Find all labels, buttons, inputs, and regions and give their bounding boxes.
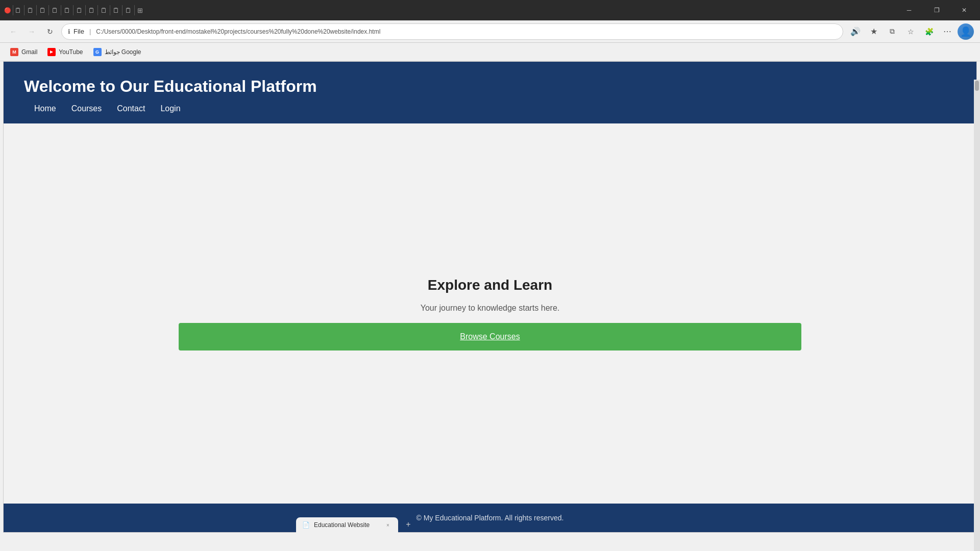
nav-courses[interactable]: Courses <box>71 104 102 113</box>
bookmark-gmail[interactable]: M Gmail <box>6 46 41 58</box>
tab-code-icon: ⊞ <box>137 7 143 14</box>
extensions-button[interactable]: 🧩 <box>921 23 937 40</box>
more-button[interactable]: ⋯ <box>939 23 955 40</box>
site-title: Welcome to Our Educational Platform <box>24 77 956 96</box>
refresh-button[interactable]: ↻ <box>43 24 57 39</box>
site-main: Explore and Learn Your journey to knowle… <box>4 123 976 504</box>
bookmark-youtube-label: YouTube <box>59 48 83 56</box>
site-footer: © My Educational Platform. All rights re… <box>4 504 976 532</box>
footer-copyright: © My Educational Platform. All rights re… <box>416 514 564 522</box>
active-tab[interactable]: 📄 Educational Website × <box>296 517 398 533</box>
restore-button[interactable]: ❐ <box>925 2 948 18</box>
security-icon: ℹ <box>68 28 70 35</box>
hero-title: Explore and Learn <box>428 277 552 293</box>
site-header: Welcome to Our Educational Platform Home… <box>4 62 976 123</box>
tab-doc-icon9: 🗒 <box>113 7 119 14</box>
new-tab-button[interactable]: + <box>401 517 415 532</box>
website-container: Welcome to Our Educational Platform Home… <box>3 61 977 533</box>
favorites-button[interactable]: ★ <box>866 23 882 40</box>
url-path: C:/Users/0000/Desktop/front-end/mostakel… <box>96 28 380 35</box>
url-label-file: File <box>74 28 84 35</box>
bookmark-google[interactable]: G جوائط Google <box>89 46 145 58</box>
tab-close-button[interactable]: × <box>384 521 392 529</box>
url-bar[interactable]: ℹ File | C:/Users/0000/Desktop/front-end… <box>61 23 843 40</box>
tab-doc-icon4: 🗒 <box>52 7 58 14</box>
bookmark-gmail-label: Gmail <box>21 48 37 56</box>
forward-button[interactable]: → <box>24 24 39 39</box>
tab-doc-icon10: 🗒 <box>125 7 132 14</box>
tab-doc-icon8: 🗒 <box>101 7 107 14</box>
toolbar-icons: 🔊 ★ ⧉ ☆ 🧩 ⋯ 👤 <box>847 23 974 40</box>
tab-doc-icon2: 🗒 <box>27 7 34 14</box>
hero-subtitle: Your journey to knowledge starts here. <box>421 304 559 313</box>
profile-button[interactable]: 👤 <box>958 23 974 40</box>
scrollbar[interactable] <box>974 80 980 551</box>
bookmark-youtube[interactable]: ▶ YouTube <box>43 46 87 58</box>
scroll-thumb[interactable] <box>975 81 979 91</box>
collections-button[interactable]: ☆ <box>902 23 919 40</box>
tab-favicon: 📄 <box>302 521 310 529</box>
url-separator: | <box>89 28 91 35</box>
nav-home[interactable]: Home <box>34 104 56 113</box>
tab-doc-icon3: 🗒 <box>39 7 46 14</box>
nav-contact[interactable]: Contact <box>117 104 145 113</box>
close-button[interactable]: ✕ <box>952 2 976 18</box>
site-nav: Home Courses Contact Login <box>24 104 956 113</box>
tab-doc-icon6: 🗒 <box>76 7 83 14</box>
tab-doc-icon5: 🗒 <box>64 7 70 14</box>
address-bar: ← → ↻ ℹ File | C:/Users/0000/Desktop/fro… <box>0 20 980 43</box>
window-controls: ─ ❐ ✕ <box>897 2 976 18</box>
minimize-button[interactable]: ─ <box>897 2 921 18</box>
browse-courses-button[interactable]: Browse Courses <box>179 323 801 350</box>
title-bar: 🔴 🗒 🗒 🗒 🗒 🗒 🗒 🗒 🗒 🗒 <box>0 0 980 20</box>
back-button[interactable]: ← <box>6 24 20 39</box>
google-favicon: G <box>93 48 102 56</box>
tab-doc-icon7: 🗒 <box>88 7 95 14</box>
tab-label: Educational Website <box>314 521 380 529</box>
split-view-button[interactable]: ⧉ <box>884 23 900 40</box>
bookmark-google-label: جوائط Google <box>105 48 141 56</box>
read-aloud-button[interactable]: 🔊 <box>847 23 864 40</box>
nav-login[interactable]: Login <box>160 104 180 113</box>
bookmarks-bar: M Gmail ▶ YouTube G جوائط Google <box>0 43 980 61</box>
tab-doc-icon: 🗒 <box>15 7 21 14</box>
gmail-favicon: M <box>10 48 18 56</box>
youtube-favicon: ▶ <box>47 48 56 56</box>
